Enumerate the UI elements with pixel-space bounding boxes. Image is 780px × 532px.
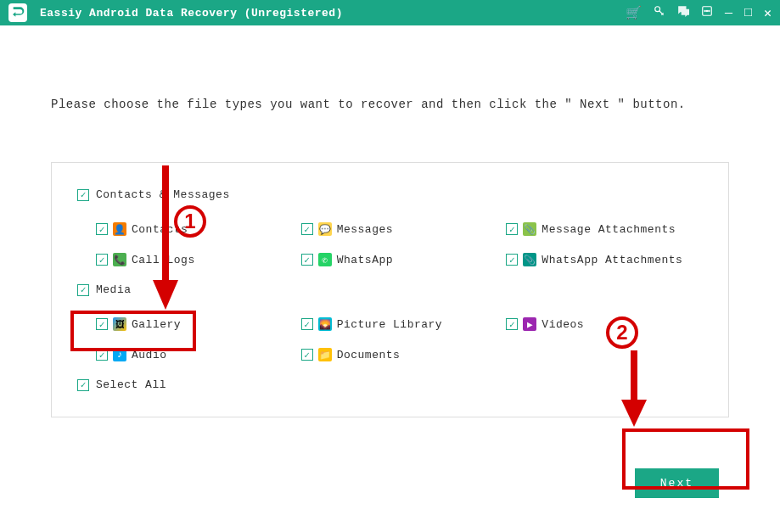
titlebar: Eassiy Android Data Recovery (Unregister…	[0, 0, 780, 25]
item-gallery: 🖼 Gallery	[96, 317, 293, 331]
feedback-icon[interactable]	[677, 5, 689, 21]
item-label: Call Logs	[132, 254, 195, 266]
item-label: Audio	[132, 349, 167, 361]
item-label: Message Attachments	[542, 223, 676, 236]
whatsapp-attachment-icon: 📎	[523, 253, 536, 266]
svg-point-2	[704, 10, 705, 11]
item-label: Videos	[542, 318, 584, 331]
item-label: Picture Library	[337, 318, 443, 331]
checkbox-documents[interactable]	[301, 349, 313, 361]
item-whatsapp-attachments: 📎 WhatsApp Attachments	[506, 253, 703, 266]
messages-icon: 💬	[318, 222, 332, 236]
cart-icon[interactable]: 🛒	[626, 5, 642, 21]
select-all-row: Select All	[77, 378, 703, 391]
attachment-icon: 📎	[523, 222, 536, 236]
audio-icon: ♪	[113, 348, 126, 361]
checkbox-select-all[interactable]	[77, 379, 89, 391]
app-logo-icon	[8, 3, 27, 22]
menu-icon[interactable]	[701, 5, 713, 21]
checkbox-whatsapp[interactable]	[301, 254, 313, 266]
item-documents: 📁 Documents	[301, 348, 498, 361]
section-header-label: Media	[96, 283, 132, 296]
checkbox-picture-library[interactable]	[301, 318, 313, 330]
gallery-icon: 🖼	[113, 317, 126, 331]
contacts-icon: 👤	[113, 222, 126, 236]
checkbox-message-attachments[interactable]	[506, 223, 518, 235]
titlebar-actions: 🛒 — □ ✕	[626, 5, 772, 21]
item-whatsapp: ✆ WhatsApp	[301, 253, 498, 266]
item-videos: ▶ Videos	[506, 317, 703, 331]
item-label: WhatsApp	[337, 254, 393, 266]
item-label: WhatsApp Attachments	[542, 254, 682, 266]
item-picture-library: 🌄 Picture Library	[301, 317, 498, 331]
video-icon: ▶	[523, 317, 536, 331]
svg-point-3	[706, 10, 707, 11]
maximize-button[interactable]: □	[744, 6, 752, 20]
item-audio: ♪ Audio	[96, 348, 293, 361]
select-all-label: Select All	[96, 378, 166, 391]
checkbox-contacts[interactable]	[96, 223, 108, 235]
section-contacts-messages: Contacts & Messages	[77, 188, 703, 201]
close-button[interactable]: ✕	[764, 5, 772, 21]
item-call-logs: 📞 Call Logs	[96, 253, 293, 266]
whatsapp-icon: ✆	[318, 253, 332, 266]
item-messages: 💬 Messages	[301, 222, 498, 236]
folder-icon: 📁	[318, 348, 332, 361]
key-icon[interactable]	[654, 5, 665, 21]
checkbox-contacts-messages[interactable]	[77, 189, 89, 201]
next-button[interactable]: Next	[635, 468, 719, 498]
item-contacts: 👤 Contacts	[96, 222, 293, 236]
item-label: Gallery	[132, 318, 181, 331]
svg-point-0	[655, 6, 660, 11]
instruction-text: Please choose the file types you want to…	[51, 98, 729, 111]
checkbox-gallery[interactable]	[96, 318, 108, 330]
checkbox-messages[interactable]	[301, 223, 313, 235]
filetype-panel: Contacts & Messages 👤 Contacts 💬 Message…	[51, 162, 729, 417]
item-label: Messages	[337, 223, 393, 236]
checkbox-media[interactable]	[77, 284, 89, 296]
checkbox-audio[interactable]	[96, 349, 108, 361]
item-label: Documents	[337, 349, 401, 361]
main-content: Please choose the file types you want to…	[0, 25, 780, 532]
section-media: Media	[77, 283, 703, 296]
checkbox-whatsapp-attachments[interactable]	[506, 254, 518, 266]
window-title: Eassiy Android Data Recovery (Unregister…	[40, 7, 343, 20]
section-header-label: Contacts & Messages	[96, 188, 230, 201]
checkbox-call-logs[interactable]	[96, 254, 108, 266]
checkbox-videos[interactable]	[506, 318, 518, 330]
item-message-attachments: 📎 Message Attachments	[506, 222, 703, 236]
picture-icon: 🌄	[318, 317, 332, 331]
item-label: Contacts	[132, 223, 188, 236]
phone-icon: 📞	[113, 253, 126, 266]
minimize-button[interactable]: —	[725, 6, 732, 20]
svg-point-4	[709, 10, 710, 11]
